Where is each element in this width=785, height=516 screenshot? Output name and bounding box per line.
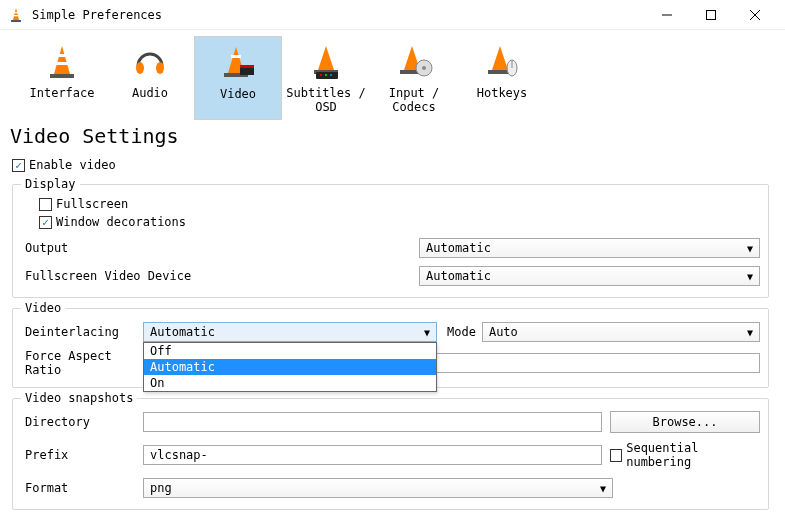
svg-point-24 <box>330 74 332 76</box>
output-select[interactable]: Automatic ▼ <box>419 238 760 258</box>
svg-point-12 <box>136 62 144 74</box>
window-decorations-checkbox[interactable] <box>39 216 52 229</box>
tab-interface[interactable]: Interface <box>18 36 106 120</box>
tab-input-codecs[interactable]: Input / Codecs <box>370 36 458 120</box>
window-decorations-label: Window decorations <box>56 215 186 229</box>
tab-audio[interactable]: Audio <box>106 36 194 120</box>
minimize-button[interactable] <box>645 1 689 29</box>
tab-label: Video <box>197 87 279 101</box>
deinterlacing-option-on[interactable]: On <box>144 375 436 391</box>
fullscreen-device-label: Fullscreen Video Device <box>21 269 419 283</box>
svg-rect-3 <box>14 15 19 16</box>
fullscreen-label: Fullscreen <box>56 197 128 211</box>
chevron-down-icon: ▼ <box>600 483 606 494</box>
tab-label: Input / Codecs <box>372 86 456 114</box>
tab-label: Subtitles / OSD <box>284 86 368 114</box>
svg-point-13 <box>156 62 164 74</box>
output-label: Output <box>21 241 419 255</box>
svg-rect-21 <box>316 72 338 79</box>
mode-select[interactable]: Auto ▼ <box>482 322 760 342</box>
tab-hotkeys[interactable]: Hotkeys <box>458 36 546 120</box>
sequential-numbering-label: Sequential numbering <box>626 441 760 469</box>
chevron-down-icon: ▼ <box>747 271 753 282</box>
format-select[interactable]: png ▼ <box>143 478 613 498</box>
deinterlacing-dropdown: Off Automatic On <box>143 342 437 392</box>
svg-rect-18 <box>240 65 254 68</box>
deinterlacing-label: Deinterlacing <box>21 325 143 339</box>
maximize-button[interactable] <box>689 1 733 29</box>
svg-rect-1 <box>11 20 21 22</box>
close-button[interactable] <box>733 1 777 29</box>
svg-point-28 <box>422 66 426 70</box>
svg-rect-11 <box>56 62 68 65</box>
cone-disc-icon <box>372 40 456 84</box>
deinterlacing-option-automatic[interactable]: Automatic <box>144 359 436 375</box>
svg-rect-5 <box>707 10 716 19</box>
mode-label: Mode <box>437 325 482 339</box>
tab-subtitles[interactable]: Subtitles / OSD <box>282 36 370 120</box>
svg-marker-29 <box>492 46 508 70</box>
deinterlacing-option-off[interactable]: Off <box>144 343 436 359</box>
chevron-down-icon: ▼ <box>424 327 430 338</box>
svg-rect-16 <box>231 55 241 58</box>
display-legend: Display <box>21 177 80 191</box>
svg-rect-9 <box>50 74 74 78</box>
tab-video[interactable]: Video <box>194 36 282 120</box>
enable-video-label: Enable video <box>29 158 116 172</box>
sequential-numbering-checkbox[interactable] <box>610 449 622 462</box>
svg-rect-10 <box>57 54 67 57</box>
fullscreen-checkbox[interactable] <box>39 198 52 211</box>
svg-marker-19 <box>318 46 334 70</box>
deinterlacing-select[interactable]: Automatic ▼ Off Automatic On <box>143 322 437 342</box>
window-title: Simple Preferences <box>32 8 645 22</box>
prefix-input[interactable]: vlcsnap- <box>143 445 602 465</box>
directory-input[interactable] <box>143 412 602 432</box>
svg-marker-8 <box>54 46 70 74</box>
chevron-down-icon: ▼ <box>747 327 753 338</box>
svg-point-22 <box>320 74 322 76</box>
tab-label: Interface <box>20 86 104 100</box>
tab-label: Hotkeys <box>460 86 544 100</box>
fullscreen-device-select[interactable]: Automatic ▼ <box>419 266 760 286</box>
svg-point-23 <box>325 74 327 76</box>
force-aspect-label: Force Aspect Ratio <box>21 349 143 377</box>
cone-subtitle-icon <box>284 40 368 84</box>
svg-marker-0 <box>13 8 19 20</box>
format-label: Format <box>21 481 143 495</box>
prefix-label: Prefix <box>21 448 143 462</box>
cone-icon <box>20 40 104 84</box>
chevron-down-icon: ▼ <box>747 243 753 254</box>
video-legend: Video <box>21 301 65 315</box>
browse-button[interactable]: Browse... <box>610 411 760 433</box>
page-title: Video Settings <box>0 120 785 156</box>
tab-label: Audio <box>108 86 192 100</box>
enable-video-checkbox[interactable] <box>12 159 25 172</box>
cone-clapper-icon <box>197 41 279 85</box>
headphones-icon <box>108 40 192 84</box>
vlc-cone-icon <box>8 7 24 23</box>
cone-mouse-icon <box>460 40 544 84</box>
snapshots-legend: Video snapshots <box>21 391 137 405</box>
svg-rect-2 <box>14 12 18 13</box>
directory-label: Directory <box>21 415 143 429</box>
